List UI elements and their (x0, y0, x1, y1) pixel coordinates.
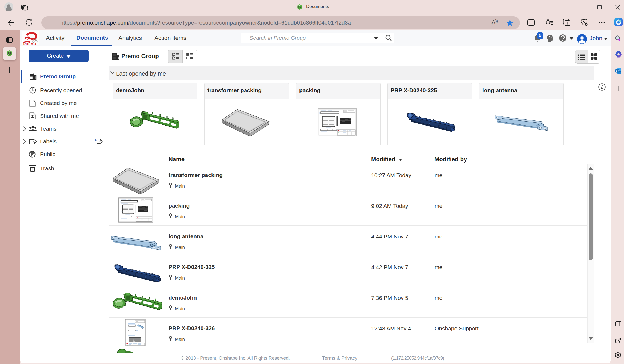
svg-text:PREMO: PREMO (23, 42, 36, 46)
